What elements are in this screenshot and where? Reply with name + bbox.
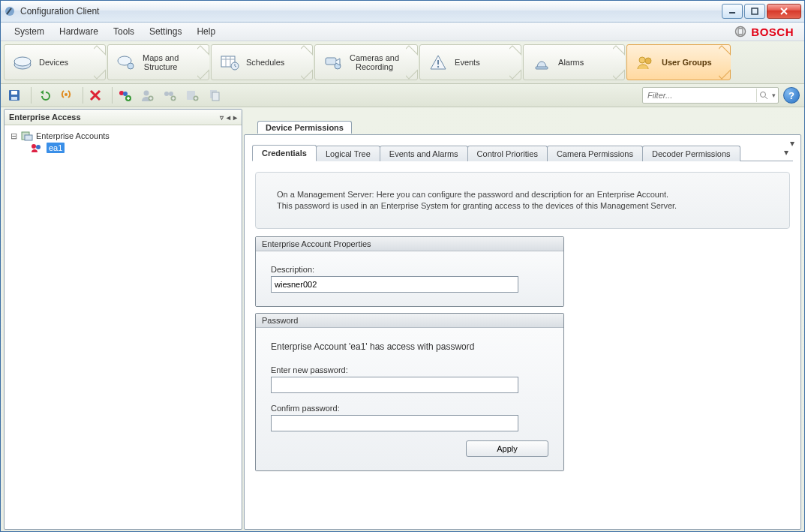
svg-point-34 <box>760 92 765 98</box>
tab-usergroups-label: User Groups <box>662 58 712 67</box>
confirm-password-input[interactable] <box>271 415 518 431</box>
cameras-icon <box>323 52 344 73</box>
panel-body: ▾ Credentials Logical Tree Events and Al… <box>244 134 801 530</box>
copy-button[interactable] <box>206 86 224 104</box>
menu-help[interactable]: Help <box>189 24 223 39</box>
server-icon <box>21 131 33 141</box>
password-status: Enterprise Account 'ea1' has access with… <box>271 341 474 352</box>
description-label: Description: <box>271 265 548 274</box>
svg-point-28 <box>169 92 173 96</box>
delete-button[interactable] <box>86 86 104 104</box>
subtab-credentials[interactable]: Credentials <box>252 145 317 161</box>
hint-box: On a Management Server: Here you can con… <box>255 172 790 229</box>
tab-usergroups[interactable]: User Groups <box>626 44 731 80</box>
maximize-button[interactable] <box>744 4 765 19</box>
sidebar: Enterprise Access ▿ ◂ ▸ ⊟ Enterprise Acc… <box>4 109 242 530</box>
hint-line1: On a Management Server: Here you can con… <box>277 189 768 200</box>
help-button[interactable]: ? <box>783 87 800 104</box>
menu-system[interactable]: System <box>7 24 52 39</box>
new-password-label: Enter new password: <box>271 365 548 374</box>
svg-rect-33 <box>212 92 219 101</box>
subtab-cameraperms[interactable]: Camera Permissions <box>547 146 643 161</box>
subtab-eventsalarms[interactable]: Events and Alarms <box>380 146 468 161</box>
svg-rect-37 <box>25 135 32 140</box>
close-button[interactable] <box>767 4 801 19</box>
save-button[interactable] <box>5 86 23 104</box>
brand: BOSCH <box>734 26 798 38</box>
svg-rect-2 <box>752 8 758 14</box>
group-password: Password Enterprise Account 'ea1' has ac… <box>255 313 564 471</box>
panel-title-tab[interactable]: Device Permissions <box>257 121 352 134</box>
add-usergroup-button[interactable] <box>116 86 134 104</box>
svg-point-6 <box>14 57 31 66</box>
window-title: Configuration Client <box>20 6 99 17</box>
filter-dropdown[interactable]: ▾ <box>770 92 779 99</box>
new-password-input[interactable] <box>271 377 518 393</box>
app-icon <box>4 5 16 17</box>
menu-tools[interactable]: Tools <box>106 24 142 39</box>
brand-text: BOSCH <box>751 26 794 38</box>
sidebar-prev-icon[interactable]: ◂ <box>227 113 230 122</box>
svg-point-38 <box>32 144 36 149</box>
tree-item-ea1[interactable]: ea1 <box>8 142 239 154</box>
tab-devices[interactable]: Devices <box>4 44 106 80</box>
tree-collapse-icon[interactable]: ⊟ <box>9 131 18 141</box>
subtab-logicaltree[interactable]: Logical Tree <box>316 146 380 161</box>
tab-cameras-label: Cameras and Recording <box>350 53 399 71</box>
add-dualauth-button[interactable] <box>161 86 179 104</box>
filter-box: ▾ <box>642 87 779 104</box>
tree-root[interactable]: ⊟ Enterprise Accounts <box>8 130 239 142</box>
tab-schedules[interactable]: Schedules <box>211 44 313 80</box>
svg-rect-11 <box>326 58 336 65</box>
group-account-properties: Enterprise Account Properties Descriptio… <box>255 236 564 307</box>
svg-point-8 <box>128 63 134 69</box>
filter-input[interactable] <box>643 91 756 100</box>
sidebar-pin-icon[interactable]: ▿ <box>220 113 224 122</box>
svg-line-35 <box>765 97 767 99</box>
subtab-decoderperms[interactable]: Decoder Permissions <box>642 146 740 161</box>
toolbar: ▾ ? <box>1 84 804 107</box>
account-icon <box>30 143 44 153</box>
menu-settings[interactable]: Settings <box>142 24 189 39</box>
tab-alarms[interactable]: Alarms <box>523 44 625 80</box>
svg-point-17 <box>645 58 651 64</box>
svg-rect-4 <box>738 29 743 35</box>
subtab-controlpriorities[interactable]: Control Priorities <box>467 146 548 161</box>
menubar: System Hardware Tools Settings Help BOSC… <box>1 23 804 41</box>
svg-rect-15 <box>536 67 548 69</box>
add-account-button[interactable] <box>183 86 201 104</box>
schedules-icon <box>219 52 240 73</box>
svg-rect-20 <box>11 97 17 100</box>
description-input[interactable] <box>271 276 518 293</box>
sidebar-next-icon[interactable]: ▸ <box>233 113 237 122</box>
sidebar-title: Enterprise Access <box>9 113 81 122</box>
activate-button[interactable] <box>57 86 75 104</box>
tab-devices-label: Devices <box>39 58 68 67</box>
hint-line2: This password is used in an Enterprise S… <box>277 200 768 212</box>
panel-menu-icon[interactable]: ▾ <box>790 138 794 149</box>
tab-maps[interactable]: Maps and Structure <box>107 44 209 80</box>
tab-alarms-label: Alarms <box>558 58 584 67</box>
maps-icon <box>116 52 137 73</box>
search-icon[interactable] <box>756 89 770 102</box>
add-user-button[interactable] <box>138 86 156 104</box>
svg-point-25 <box>144 91 149 96</box>
devices-icon <box>12 52 33 73</box>
sidebar-header: Enterprise Access ▿ ◂ ▸ <box>5 110 242 125</box>
svg-point-16 <box>639 57 645 63</box>
menu-hardware[interactable]: Hardware <box>52 24 106 39</box>
apply-button[interactable]: Apply <box>466 440 548 457</box>
tab-cameras[interactable]: Cameras and Recording <box>314 44 418 80</box>
events-icon <box>428 52 449 73</box>
usergroups-icon <box>635 52 656 73</box>
alarms-icon <box>531 52 552 73</box>
tree-item-label: ea1 <box>47 143 65 153</box>
minimize-button[interactable] <box>722 4 743 19</box>
tree: ⊟ Enterprise Accounts ea1 <box>5 125 242 158</box>
body: Enterprise Access ▿ ◂ ▸ ⊟ Enterprise Acc… <box>1 107 804 531</box>
tab-events[interactable]: Events <box>419 44 521 80</box>
svg-point-21 <box>65 93 68 96</box>
confirm-password-label: Confirm password: <box>271 404 548 413</box>
titlebar: Configuration Client <box>1 1 804 23</box>
undo-button[interactable] <box>35 86 53 104</box>
